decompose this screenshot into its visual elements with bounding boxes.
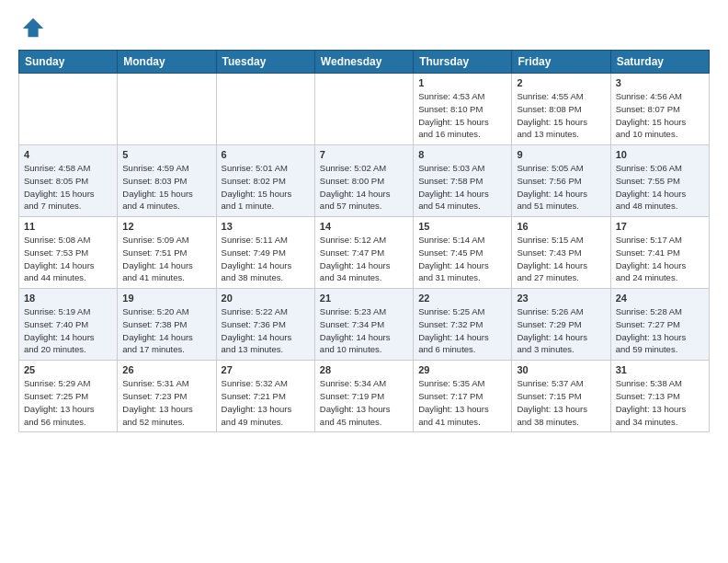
- day-info: Sunrise: 5:06 AM Sunset: 7:55 PM Dayligh…: [616, 162, 704, 213]
- calendar-table: SundayMondayTuesdayWednesdayThursdayFrid…: [18, 50, 710, 432]
- week-row-2: 11Sunrise: 5:08 AM Sunset: 7:53 PM Dayli…: [19, 217, 710, 289]
- calendar-cell: 17Sunrise: 5:17 AM Sunset: 7:41 PM Dayli…: [610, 217, 709, 289]
- calendar-cell: [118, 74, 216, 145]
- day-info: Sunrise: 5:19 AM Sunset: 7:40 PM Dayligh…: [24, 305, 112, 356]
- day-number: 6: [222, 149, 310, 160]
- day-info: Sunrise: 5:20 AM Sunset: 7:38 PM Dayligh…: [122, 305, 210, 356]
- logo-icon: [21, 15, 47, 40]
- svg-marker-0: [23, 18, 43, 38]
- day-info: Sunrise: 5:25 AM Sunset: 7:32 PM Dayligh…: [418, 305, 506, 356]
- day-number: 7: [320, 149, 408, 160]
- calendar-cell: 31Sunrise: 5:38 AM Sunset: 7:13 PM Dayli…: [610, 361, 709, 432]
- day-info: Sunrise: 4:58 AM Sunset: 8:05 PM Dayligh…: [24, 162, 112, 213]
- day-info: Sunrise: 5:38 AM Sunset: 7:13 PM Dayligh…: [616, 377, 704, 428]
- day-number: 3: [616, 77, 704, 88]
- day-info: Sunrise: 5:22 AM Sunset: 7:36 PM Dayligh…: [222, 305, 310, 356]
- calendar-cell: 10Sunrise: 5:06 AM Sunset: 7:55 PM Dayli…: [610, 145, 709, 217]
- day-number: 28: [320, 364, 408, 375]
- calendar-cell: 12Sunrise: 5:09 AM Sunset: 7:51 PM Dayli…: [118, 217, 216, 289]
- calendar-cell: 30Sunrise: 5:37 AM Sunset: 7:15 PM Dayli…: [512, 361, 610, 432]
- day-info: Sunrise: 5:31 AM Sunset: 7:23 PM Dayligh…: [122, 377, 210, 428]
- calendar-cell: 21Sunrise: 5:23 AM Sunset: 7:34 PM Dayli…: [314, 289, 413, 361]
- day-info: Sunrise: 5:37 AM Sunset: 7:15 PM Dayligh…: [517, 377, 605, 428]
- day-number: 22: [418, 293, 506, 304]
- calendar-cell: 20Sunrise: 5:22 AM Sunset: 7:36 PM Dayli…: [216, 289, 314, 361]
- week-row-4: 25Sunrise: 5:29 AM Sunset: 7:25 PM Dayli…: [19, 361, 710, 432]
- calendar-cell: 6Sunrise: 5:01 AM Sunset: 8:02 PM Daylig…: [216, 145, 314, 217]
- weekday-friday: Friday: [512, 51, 610, 74]
- day-info: Sunrise: 5:14 AM Sunset: 7:45 PM Dayligh…: [418, 234, 506, 284]
- day-info: Sunrise: 4:59 AM Sunset: 8:03 PM Dayligh…: [122, 162, 210, 213]
- day-number: 23: [517, 293, 605, 304]
- weekday-thursday: Thursday: [414, 51, 512, 74]
- day-number: 8: [418, 149, 506, 160]
- calendar-cell: 28Sunrise: 5:34 AM Sunset: 7:19 PM Dayli…: [314, 361, 413, 432]
- day-info: Sunrise: 5:15 AM Sunset: 7:43 PM Dayligh…: [517, 234, 605, 284]
- day-info: Sunrise: 5:05 AM Sunset: 7:56 PM Dayligh…: [517, 162, 605, 213]
- day-number: 25: [24, 364, 112, 375]
- day-info: Sunrise: 5:28 AM Sunset: 7:27 PM Dayligh…: [616, 305, 704, 356]
- day-number: 1: [418, 77, 506, 88]
- day-number: 9: [517, 149, 605, 160]
- calendar-cell: 19Sunrise: 5:20 AM Sunset: 7:38 PM Dayli…: [118, 289, 216, 361]
- day-number: 29: [418, 364, 506, 375]
- calendar-cell: 14Sunrise: 5:12 AM Sunset: 7:47 PM Dayli…: [314, 217, 413, 289]
- weekday-wednesday: Wednesday: [314, 51, 413, 74]
- day-info: Sunrise: 5:08 AM Sunset: 7:53 PM Dayligh…: [24, 234, 112, 284]
- day-number: 4: [24, 149, 112, 160]
- day-number: 18: [24, 293, 112, 304]
- day-info: Sunrise: 4:56 AM Sunset: 8:07 PM Dayligh…: [616, 90, 704, 141]
- week-row-0: 1Sunrise: 4:53 AM Sunset: 8:10 PM Daylig…: [19, 74, 710, 145]
- calendar-cell: 23Sunrise: 5:26 AM Sunset: 7:29 PM Dayli…: [512, 289, 610, 361]
- calendar-cell: 13Sunrise: 5:11 AM Sunset: 7:49 PM Dayli…: [216, 217, 314, 289]
- day-info: Sunrise: 5:23 AM Sunset: 7:34 PM Dayligh…: [320, 305, 408, 356]
- calendar-cell: 1Sunrise: 4:53 AM Sunset: 8:10 PM Daylig…: [414, 74, 512, 145]
- day-number: 26: [122, 364, 210, 375]
- day-info: Sunrise: 5:34 AM Sunset: 7:19 PM Dayligh…: [320, 377, 408, 428]
- calendar-cell: 3Sunrise: 4:56 AM Sunset: 8:07 PM Daylig…: [610, 74, 709, 145]
- calendar-cell: 9Sunrise: 5:05 AM Sunset: 7:56 PM Daylig…: [512, 145, 610, 217]
- week-row-3: 18Sunrise: 5:19 AM Sunset: 7:40 PM Dayli…: [19, 289, 710, 361]
- day-info: Sunrise: 4:53 AM Sunset: 8:10 PM Dayligh…: [418, 90, 506, 141]
- day-number: 17: [616, 221, 704, 232]
- day-number: 14: [320, 221, 408, 232]
- day-number: 5: [122, 149, 210, 160]
- calendar-cell: 7Sunrise: 5:02 AM Sunset: 8:00 PM Daylig…: [314, 145, 413, 217]
- calendar-cell: 5Sunrise: 4:59 AM Sunset: 8:03 PM Daylig…: [118, 145, 216, 217]
- day-number: 12: [122, 221, 210, 232]
- weekday-sunday: Sunday: [19, 51, 118, 74]
- page: SundayMondayTuesdayWednesdayThursdayFrid…: [0, 0, 728, 563]
- weekday-monday: Monday: [118, 51, 216, 74]
- calendar-cell: 29Sunrise: 5:35 AM Sunset: 7:17 PM Dayli…: [414, 361, 512, 432]
- calendar-cell: [19, 74, 118, 145]
- day-info: Sunrise: 5:03 AM Sunset: 7:58 PM Dayligh…: [418, 162, 506, 213]
- calendar-cell: 22Sunrise: 5:25 AM Sunset: 7:32 PM Dayli…: [414, 289, 512, 361]
- day-number: 21: [320, 293, 408, 304]
- day-number: 24: [616, 293, 704, 304]
- calendar-cell: 25Sunrise: 5:29 AM Sunset: 7:25 PM Dayli…: [19, 361, 118, 432]
- day-number: 11: [24, 221, 112, 232]
- day-number: 19: [122, 293, 210, 304]
- calendar-cell: 26Sunrise: 5:31 AM Sunset: 7:23 PM Dayli…: [118, 361, 216, 432]
- day-number: 2: [517, 77, 605, 88]
- calendar-cell: 8Sunrise: 5:03 AM Sunset: 7:58 PM Daylig…: [414, 145, 512, 217]
- calendar-cell: 15Sunrise: 5:14 AM Sunset: 7:45 PM Dayli…: [414, 217, 512, 289]
- day-number: 16: [517, 221, 605, 232]
- day-info: Sunrise: 5:02 AM Sunset: 8:00 PM Dayligh…: [320, 162, 408, 213]
- day-number: 13: [222, 221, 310, 232]
- day-number: 10: [616, 149, 704, 160]
- logo: [18, 15, 47, 40]
- calendar-cell: 4Sunrise: 4:58 AM Sunset: 8:05 PM Daylig…: [19, 145, 118, 217]
- day-info: Sunrise: 5:26 AM Sunset: 7:29 PM Dayligh…: [517, 305, 605, 356]
- day-info: Sunrise: 5:32 AM Sunset: 7:21 PM Dayligh…: [222, 377, 310, 428]
- day-info: Sunrise: 5:09 AM Sunset: 7:51 PM Dayligh…: [122, 234, 210, 284]
- day-info: Sunrise: 5:35 AM Sunset: 7:17 PM Dayligh…: [418, 377, 506, 428]
- day-number: 20: [222, 293, 310, 304]
- calendar-cell: 24Sunrise: 5:28 AM Sunset: 7:27 PM Dayli…: [610, 289, 709, 361]
- calendar-cell: 16Sunrise: 5:15 AM Sunset: 7:43 PM Dayli…: [512, 217, 610, 289]
- day-number: 31: [616, 364, 704, 375]
- calendar-cell: [216, 74, 314, 145]
- day-info: Sunrise: 5:17 AM Sunset: 7:41 PM Dayligh…: [616, 234, 704, 284]
- day-info: Sunrise: 5:11 AM Sunset: 7:49 PM Dayligh…: [222, 234, 310, 284]
- day-number: 27: [222, 364, 310, 375]
